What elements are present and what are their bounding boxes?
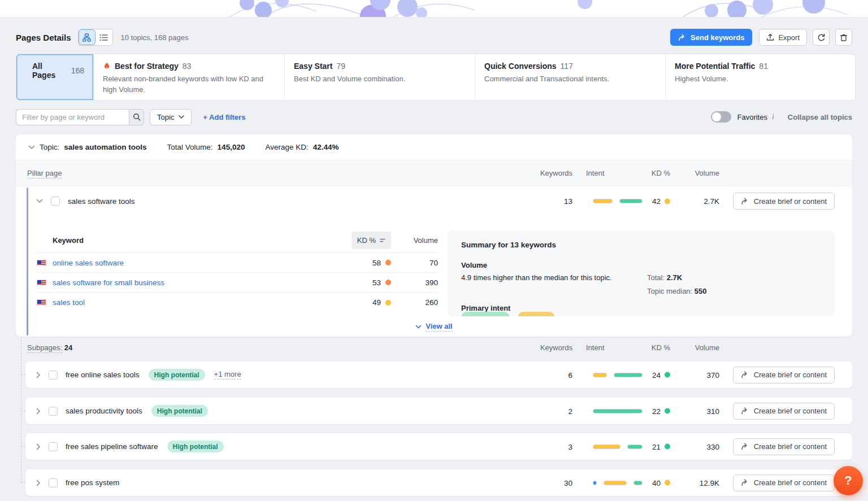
kd-value: 53 bbox=[372, 278, 381, 287]
view-all-link[interactable]: View all bbox=[426, 322, 452, 332]
col-keyword: Keyword bbox=[53, 236, 84, 245]
subpage-intent-bar bbox=[586, 409, 643, 413]
pillar-row: sales software tools 13 42 2.7K Create b… bbox=[16, 186, 852, 216]
create-brief-button[interactable]: Create brief or content bbox=[733, 438, 835, 455]
keyword-link[interactable]: sales tool bbox=[53, 298, 85, 307]
tab-more-potential-traffic[interactable]: More Potential Traffic 81 Highest Volume… bbox=[666, 54, 855, 100]
keyword-kd: 58 bbox=[372, 259, 391, 267]
keyword-link[interactable]: sales software for small business bbox=[53, 278, 164, 287]
chevron-right-icon[interactable] bbox=[36, 408, 41, 415]
send-arrow-icon bbox=[741, 479, 749, 486]
more-badges-link[interactable]: +1 more bbox=[214, 370, 241, 380]
chevron-right-icon[interactable] bbox=[36, 480, 41, 486]
kd-value: 24 bbox=[652, 371, 661, 379]
keyword-table: Keyword KD % Volume online sales softwar… bbox=[37, 228, 438, 312]
send-keywords-button[interactable]: Send keywords bbox=[670, 29, 752, 46]
col-kd: KD % bbox=[652, 343, 670, 352]
tab-count: 81 bbox=[759, 62, 768, 71]
kd-dot bbox=[385, 280, 391, 285]
kd-value: 22 bbox=[652, 407, 661, 415]
col-intent: Intent bbox=[586, 169, 605, 177]
col-intent: Intent bbox=[586, 343, 605, 352]
subpage-title: free sales pipeline software bbox=[66, 442, 158, 451]
row-checkbox[interactable] bbox=[49, 407, 58, 416]
col-kd-sortable[interactable]: KD % bbox=[351, 232, 391, 249]
intent-pill-green bbox=[461, 312, 510, 316]
average-kd-value: 42.44% bbox=[313, 143, 339, 151]
create-brief-button[interactable]: Create brief or content bbox=[733, 403, 835, 420]
summary-total: Total: 2.7K bbox=[647, 273, 682, 282]
summary-median: Topic median: 550 bbox=[647, 287, 707, 295]
flame-icon bbox=[103, 62, 111, 71]
pillar-keywords-count: 13 bbox=[564, 197, 572, 206]
chevron-right-icon[interactable] bbox=[36, 443, 41, 450]
total-volume-value: 145,020 bbox=[218, 143, 245, 151]
tab-label: Quick Conversions bbox=[484, 62, 557, 71]
create-brief-button[interactable]: Create brief or content bbox=[733, 474, 835, 491]
filter-search-input[interactable] bbox=[16, 109, 129, 125]
send-arrow-icon bbox=[741, 443, 749, 450]
subpage-volume: 370 bbox=[706, 371, 719, 379]
summary-total-label: Total: bbox=[647, 273, 667, 282]
chevron-down-icon[interactable] bbox=[36, 199, 43, 203]
subpage-keywords-count: 2 bbox=[568, 407, 572, 415]
topic-card: Topic: sales automation tools Total Volu… bbox=[16, 134, 852, 337]
send-keywords-label: Send keywords bbox=[691, 33, 744, 42]
keyword-volume: 260 bbox=[425, 298, 438, 307]
help-button[interactable]: ? bbox=[834, 466, 863, 495]
subpage-create-brief: Create brief or content bbox=[733, 438, 835, 455]
delete-button[interactable] bbox=[835, 29, 852, 46]
pillar-volume: 2.7K bbox=[704, 197, 719, 206]
pillar-checkbox[interactable] bbox=[51, 197, 60, 206]
tree-view-button[interactable] bbox=[79, 29, 96, 45]
list-view-button[interactable] bbox=[96, 29, 112, 45]
create-brief-button[interactable]: Create brief or content bbox=[733, 193, 835, 210]
subpage-create-brief: Create brief or content bbox=[733, 474, 835, 491]
row-checkbox[interactable] bbox=[49, 478, 58, 487]
sitemap-icon bbox=[83, 33, 91, 42]
chevron-down-icon bbox=[179, 115, 184, 119]
chevron-right-icon[interactable] bbox=[36, 372, 41, 378]
tab-all-pages[interactable]: All Pages 168 bbox=[16, 54, 94, 100]
pillar-kd: 42 bbox=[652, 197, 670, 206]
collapse-all-topics-link[interactable]: Collapse all topics bbox=[788, 113, 852, 121]
topic-filter-label: Topic bbox=[157, 113, 174, 121]
tab-best-for-strategy[interactable]: Best for Strategy 83 Relevant non-brande… bbox=[94, 54, 285, 100]
tab-easy-start[interactable]: Easy Start 79 Best KD and Volume combina… bbox=[285, 54, 475, 100]
info-icon[interactable]: i bbox=[772, 112, 774, 121]
subpage-title: free pos system bbox=[66, 478, 119, 487]
col-keywords: Keywords bbox=[540, 343, 572, 352]
keyword-kd: 49 bbox=[372, 298, 391, 307]
subpage-kd: 24 bbox=[652, 371, 670, 379]
us-flag-icon bbox=[37, 260, 46, 266]
add-filters-link[interactable]: + Add filters bbox=[203, 113, 245, 121]
subpage-volume: 12.9K bbox=[700, 478, 719, 487]
favorites-toggle[interactable] bbox=[711, 111, 731, 123]
pages-details-screen: Pages Details 10 topics, 168 pages Send … bbox=[0, 0, 868, 501]
export-button[interactable]: Export bbox=[759, 29, 807, 46]
keyword-link[interactable]: online sales software bbox=[53, 259, 124, 267]
topic-filter-select[interactable]: Topic bbox=[150, 109, 192, 125]
export-icon bbox=[766, 33, 774, 41]
tab-quick-conversions[interactable]: Quick Conversions 117 Commercial and Tra… bbox=[475, 54, 666, 100]
send-arrow-icon bbox=[741, 198, 749, 205]
summary-median-value: 550 bbox=[695, 287, 707, 295]
favorites-label: Favorites bbox=[737, 113, 767, 121]
subpage-row: free pos system 30 40 12.9K Create brief… bbox=[25, 469, 852, 496]
kd-value: 58 bbox=[372, 259, 381, 267]
high-potential-badge: High potential bbox=[151, 405, 208, 417]
subpage-kd: 40 bbox=[652, 478, 670, 487]
kd-value: 49 bbox=[372, 298, 381, 307]
refresh-button[interactable] bbox=[813, 29, 830, 46]
summary-title: Summary for 13 keywords bbox=[461, 241, 556, 249]
subpage-keywords-count: 6 bbox=[568, 371, 572, 379]
search-button[interactable] bbox=[129, 109, 144, 125]
keyword-row: sales tool 49 260 bbox=[37, 293, 438, 312]
view-toggle bbox=[78, 29, 113, 46]
pillar-page-label: Pillar page bbox=[27, 169, 62, 178]
topic-label: Topic: bbox=[40, 143, 59, 151]
chevron-down-icon[interactable] bbox=[28, 145, 35, 150]
create-brief-button[interactable]: Create brief or content bbox=[733, 367, 835, 384]
row-checkbox[interactable] bbox=[49, 442, 58, 451]
row-checkbox[interactable] bbox=[49, 371, 58, 380]
